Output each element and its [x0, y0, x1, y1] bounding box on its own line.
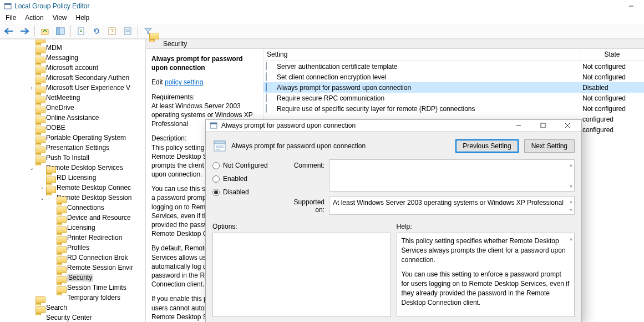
svg-rect-11 [124, 28, 131, 34]
dialog-title: Always prompt for password upon connecti… [221, 122, 356, 129]
tree-node-label: Presentation Settings [46, 144, 109, 152]
setting-row[interactable]: Set client connection encryption levelNo… [263, 72, 644, 82]
radio-not-configured[interactable]: Not Configured [212, 162, 285, 169]
tree-node[interactable]: ›Remote Desktop Connec [0, 183, 145, 193]
tree-node[interactable]: Licensing [0, 223, 145, 233]
toolbar-back-button[interactable] [2, 24, 16, 38]
tree-node-label: Session Time Limits [67, 284, 126, 291]
tree-node[interactable]: Portable Operating System [0, 133, 145, 143]
tree-node[interactable]: MDM [0, 43, 145, 53]
tree-node[interactable]: Messaging [0, 53, 145, 63]
edit-policy-link[interactable]: policy setting [165, 78, 203, 86]
state-radio-group: Not Configured Enabled Disabled [212, 159, 285, 219]
tree-node-label: Microsoft User Experience V [46, 84, 130, 92]
chevron-down-icon[interactable]: ⌄ [38, 195, 46, 201]
menu-help[interactable]: Help [72, 13, 94, 23]
window-titlebar: Local Group Policy Editor [0, 0, 644, 12]
tree-node-label: Remote Desktop Session [57, 194, 131, 202]
tree-node-label: Messaging [46, 54, 78, 62]
toolbar-export-icon[interactable] [74, 24, 88, 38]
tree-node[interactable]: Presentation Settings [0, 143, 145, 153]
options-panel [212, 233, 391, 317]
dialog-icon [209, 121, 218, 130]
setting-row[interactable]: Always prompt for password upon connecti… [263, 82, 644, 93]
nav-tree[interactable]: MDMMessagingMicrosoft accountMicrosoft S… [0, 39, 146, 322]
tree-node[interactable]: Security Center [0, 313, 145, 322]
menu-file[interactable]: File [1, 13, 21, 23]
setting-state: configured [580, 115, 644, 123]
chevron-right-icon[interactable]: › [28, 85, 36, 91]
dialog-minimize-button[interactable] [511, 120, 526, 131]
tree-node[interactable]: Profiles [0, 243, 145, 253]
folder-icon [36, 163, 44, 172]
tree-node[interactable]: RD Connection Brok [0, 253, 145, 263]
tree-node[interactable]: Microsoft account [0, 63, 145, 73]
toolbar-properties-icon[interactable] [121, 24, 134, 38]
tree-node[interactable]: Microsoft Secondary Authen [0, 73, 145, 83]
window-minimize-button[interactable] [618, 0, 644, 12]
dialog-titlebar[interactable]: Always prompt for password upon connecti… [206, 120, 581, 131]
chevron-right-icon[interactable]: › [38, 185, 46, 191]
tree-node-label: Push To Install [46, 154, 89, 162]
policy-dialog: Always prompt for password upon connecti… [205, 119, 582, 322]
tree-node[interactable]: RD Licensing [0, 173, 145, 183]
dialog-close-button[interactable] [560, 120, 575, 131]
tree-node[interactable]: Printer Redirection [0, 233, 145, 243]
tree-node[interactable]: OOBE [0, 123, 145, 133]
toolbar-show-hide-tree-icon[interactable] [54, 24, 67, 38]
policy-icon [266, 83, 275, 92]
tree-node[interactable]: Remote Session Envir [0, 263, 145, 273]
tree-node[interactable]: Session Time Limits [0, 283, 145, 293]
tree-node-label: Profiles [67, 244, 89, 251]
folder-icon [57, 293, 65, 302]
help-panel: ▴ This policy setting specifies whether … [397, 233, 575, 317]
svg-rect-7 [57, 28, 59, 34]
comment-textbox[interactable]: ▴▾ [329, 159, 575, 192]
tree-node[interactable]: Search [0, 303, 145, 313]
toolbar-help-icon[interactable]: ? [105, 24, 119, 38]
radio-enabled[interactable]: Enabled [212, 175, 285, 183]
radio-disabled[interactable]: Disabled [212, 188, 285, 196]
svg-rect-15 [210, 123, 217, 124]
tree-node-label: Online Assistance [46, 114, 99, 122]
app-icon [3, 2, 12, 11]
tree-node[interactable]: OneDrive [0, 103, 145, 113]
toolbar-refresh-icon[interactable] [90, 24, 103, 38]
toolbar-forward-button[interactable] [18, 24, 31, 38]
toolbar: ? [0, 23, 644, 39]
chevron-down-icon[interactable]: ⌄ [28, 165, 36, 171]
svg-rect-17 [541, 123, 545, 128]
svg-rect-21 [214, 141, 225, 144]
dialog-maximize-button[interactable] [536, 120, 550, 131]
menu-action[interactable]: Action [21, 13, 48, 23]
tree-node[interactable]: ⌄Remote Desktop Session [0, 193, 145, 203]
setting-row[interactable]: Require use of specific security layer f… [263, 103, 644, 114]
tree-node[interactable]: Security [0, 273, 145, 283]
folder-icon [36, 313, 44, 322]
next-setting-button[interactable]: Next Setting [524, 139, 575, 153]
setting-row[interactable]: Server authentication certificate templa… [263, 61, 644, 72]
tree-node[interactable]: ›Microsoft User Experience V [0, 83, 145, 93]
scroll-up-icon: ▴ [570, 235, 572, 243]
tree-node[interactable]: Push To Install [0, 153, 145, 163]
setting-state: configured [580, 126, 644, 134]
setting-state: Not configured [580, 73, 644, 81]
tree-node[interactable]: Online Assistance [0, 113, 145, 123]
setting-name: Always prompt for password upon connecti… [277, 84, 580, 92]
list-header: Setting State [263, 49, 644, 61]
tree-node[interactable]: Temporary folders [0, 293, 145, 303]
setting-row[interactable]: Require secure RPC communicationNot conf… [263, 93, 644, 103]
col-setting[interactable]: Setting [263, 49, 580, 61]
setting-name: Set client connection encryption level [277, 73, 580, 81]
dialog-policy-name: Always prompt for password upon connecti… [231, 142, 366, 150]
tree-node[interactable]: Device and Resource [0, 213, 145, 223]
tree-node-label: Connections [67, 204, 104, 212]
tree-node[interactable]: Connections [0, 203, 145, 213]
col-state[interactable]: State [580, 49, 644, 61]
tree-node[interactable]: ⌄Remote Desktop Services [0, 163, 145, 173]
toolbar-up-icon[interactable] [38, 24, 52, 38]
tree-node[interactable]: NetMeeting [0, 93, 145, 103]
previous-setting-button[interactable]: Previous Setting [455, 139, 518, 153]
tree-node-label: Remote Desktop Connec [57, 184, 131, 192]
menu-view[interactable]: View [48, 13, 72, 23]
